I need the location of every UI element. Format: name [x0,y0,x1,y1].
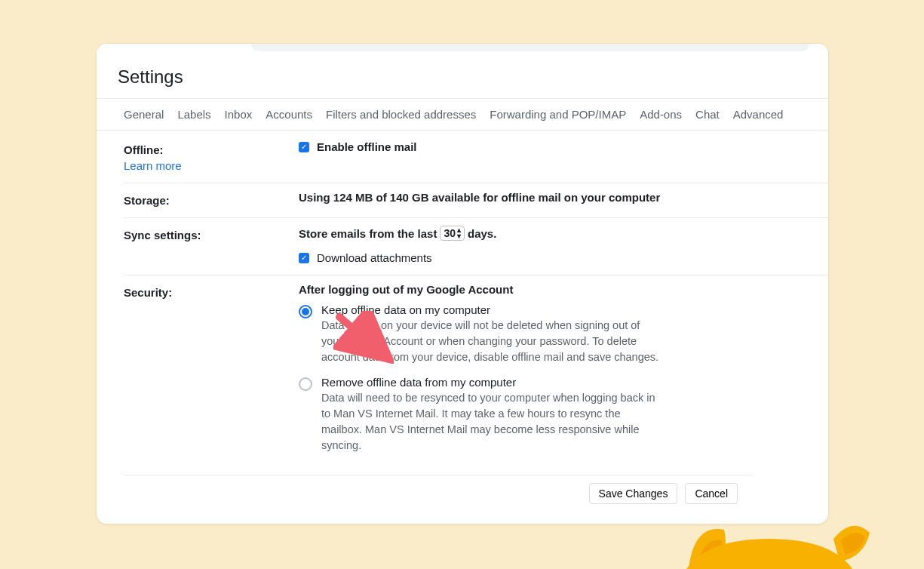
learn-more-link[interactable]: Learn more [124,159,299,172]
settings-tabs: General Labels Inbox Accounts Filters an… [97,98,828,131]
offline-value-col: ✓ Enable offline mail [299,140,828,172]
enable-offline-checkbox[interactable]: ✓ [299,142,309,152]
security-value-col: After logging out of my Google Account K… [299,283,828,464]
tab-advanced[interactable]: Advanced [733,108,784,121]
radio-keep-body: Keep offline data on my computer Data st… [321,303,661,365]
offline-label-col: Offline: Learn more [124,140,299,172]
security-label: Security: [124,283,299,464]
radio-remove-group: Remove offline data from my computer Dat… [299,376,813,454]
top-bar [97,44,828,60]
cancel-button[interactable]: Cancel [685,483,738,504]
storage-label: Storage: [124,191,299,207]
sync-store-line: Store emails from the last 30 ▴▾ days. [299,226,813,241]
tab-accounts[interactable]: Accounts [266,108,312,121]
radio-remove-data[interactable] [299,377,312,391]
tab-filters[interactable]: Filters and blocked addresses [326,108,476,121]
tab-forwarding[interactable]: Forwarding and POP/IMAP [490,108,626,121]
radio-remove-title: Remove offline data from my computer [321,376,661,389]
security-heading: After logging out of my Google Account [299,283,813,296]
tab-chat[interactable]: Chat [695,108,720,121]
radio-keep-group: Keep offline data on my computer Data st… [299,303,813,365]
radio-keep-data[interactable] [299,305,312,318]
enable-offline-label: Enable offline mail [317,140,417,153]
row-sync: Sync settings: Store emails from the las… [124,218,828,275]
radio-remove-body: Remove offline data from my computer Dat… [321,376,661,454]
row-security: Security: After logging out of my Google… [124,275,828,475]
download-attachments-line: ✓ Download attachments [299,251,813,264]
save-button[interactable]: Save Changes [589,483,678,504]
sync-days-select[interactable]: 30 ▴▾ [440,226,465,241]
download-attachments-label: Download attachments [317,251,432,264]
enable-offline-line: ✓ Enable offline mail [299,140,813,153]
button-row: Save Changes Cancel [124,475,753,504]
sync-days-value: 30 [444,227,456,239]
download-attachments-checkbox[interactable]: ✓ [299,253,309,263]
sync-label: Sync settings: [124,226,299,264]
radio-keep-title: Keep offline data on my computer [321,303,661,316]
stepper-icon: ▴▾ [457,227,461,239]
page-title: Settings [118,66,183,88]
settings-panel: Settings General Labels Inbox Accounts F… [97,44,828,524]
tab-labels[interactable]: Labels [177,108,210,121]
row-offline: Offline: Learn more ✓ Enable offline mai… [124,133,828,183]
sync-prefix: Store emails from the last [299,227,437,240]
sync-suffix: days. [468,227,496,240]
radio-remove-desc: Data will need to be resynced to your co… [321,390,661,454]
sync-value-col: Store emails from the last 30 ▴▾ days. ✓… [299,226,828,264]
storage-text: Using 124 MB of 140 GB available for off… [299,191,828,207]
tab-general[interactable]: General [124,108,164,121]
offline-label: Offline: [124,143,164,156]
radio-keep-desc: Data stored on your device will not be d… [321,318,661,365]
settings-content: Offline: Learn more ✓ Enable offline mai… [124,133,828,524]
tab-addons[interactable]: Add-ons [640,108,682,121]
search-bar-fragment [251,44,809,51]
tab-inbox[interactable]: Inbox [225,108,253,121]
row-storage: Storage: Using 124 MB of 140 GB availabl… [124,183,828,218]
